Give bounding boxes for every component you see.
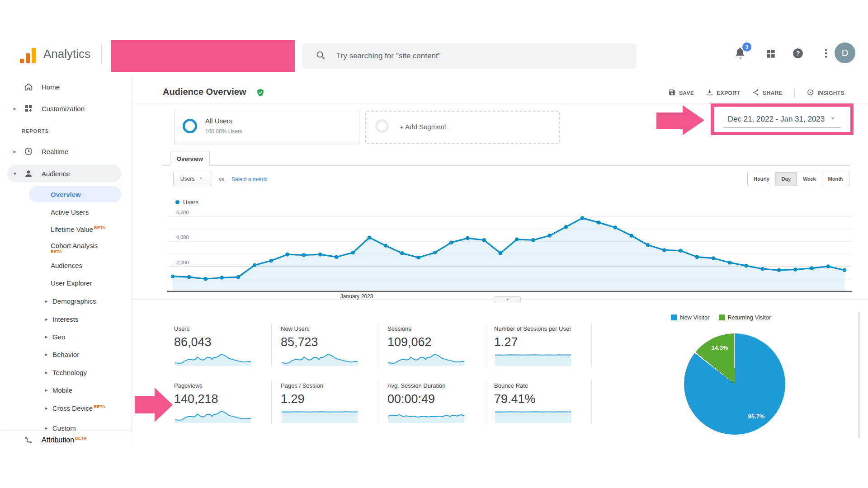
- metric-value: 85,723: [281, 335, 373, 349]
- granularity-day[interactable]: Day: [775, 172, 797, 186]
- metric-label: Pageviews: [174, 382, 267, 389]
- metric-divider: [271, 324, 272, 367]
- share-button[interactable]: SHARE: [752, 89, 783, 98]
- tab-overview[interactable]: Overview: [170, 151, 210, 166]
- metric-label: Avg. Session Duration: [387, 382, 480, 389]
- sidebar-item-realtime[interactable]: ▸Realtime: [0, 143, 132, 160]
- sidebar-item-home[interactable]: Home: [0, 78, 132, 95]
- sidebar-item-attribution[interactable]: AttributionBETA: [0, 431, 132, 450]
- sidebar-item-cohort-analysis[interactable]: Cohort AnalysisBETA: [0, 237, 132, 254]
- segment-all-users[interactable]: All Users 100.00% Users: [174, 111, 359, 144]
- chart-legend: Users: [175, 199, 198, 206]
- metric-value: 1.29: [281, 392, 373, 406]
- sidebar-item-audience[interactable]: ▾Audience: [0, 165, 132, 182]
- sidebar-item-overview[interactable]: Overview: [0, 186, 132, 203]
- chevron-right-icon: ▸: [14, 106, 16, 112]
- metric-sparkline: [281, 409, 359, 423]
- page-title: Audience Overview: [163, 87, 246, 97]
- metric-value: 140,218: [174, 392, 267, 406]
- annotation-arrow-date: [656, 113, 683, 129]
- home-icon: [24, 82, 33, 92]
- metric-value: 79.41%: [494, 392, 587, 406]
- topbar-divider: [101, 44, 102, 64]
- customization-icon: [24, 103, 33, 113]
- sidebar-item-label: Home: [42, 83, 60, 91]
- metric-divider: [591, 324, 592, 367]
- add-segment-button[interactable]: + Add Segment: [365, 111, 560, 144]
- metric-card-bounce-rate[interactable]: Bounce Rate 79.41%: [494, 382, 587, 423]
- sidebar-section-reports: REPORTS: [22, 128, 49, 134]
- metric-card-pages-session[interactable]: Pages / Session 1.29: [281, 382, 373, 423]
- share-icon: [752, 89, 760, 98]
- metric-card-sessions[interactable]: Sessions 109,062: [387, 325, 480, 366]
- account-name-redaction-overlay: [111, 40, 295, 72]
- search-input[interactable]: Try searching for "site content": [302, 43, 637, 69]
- apps-grid-icon[interactable]: [765, 48, 777, 60]
- metric-divider: [378, 380, 378, 424]
- sidebar-item-user-explorer[interactable]: User Explorer: [0, 274, 132, 291]
- metric-divider: [271, 380, 272, 424]
- metric-label: Number of Sessions per User: [494, 325, 587, 332]
- sidebar-item-geo[interactable]: ▸Geo: [0, 328, 132, 345]
- report-action-bar: SAVEEXPORTSHAREINSIGHTS: [668, 89, 844, 98]
- realtime-icon: [24, 146, 33, 156]
- sidebar: Home▸CustomizationREPORTS▸Realtime▾Audie…: [0, 75, 132, 431]
- sidebar-item-mobile[interactable]: ▸Mobile: [0, 381, 132, 399]
- brand-title: Analytics: [43, 47, 90, 61]
- sidebar-item-audiences[interactable]: Audiences: [0, 257, 132, 274]
- sidebar-item-label: Customization: [42, 105, 85, 113]
- metric-card-pageviews[interactable]: Pageviews 140,218: [174, 382, 267, 423]
- sidebar-item-active-users[interactable]: Active Users: [0, 203, 132, 221]
- granularity-month[interactable]: Month: [822, 172, 849, 186]
- vertical-scrollbar[interactable]: [858, 312, 860, 438]
- sidebar-item-label: Audiences: [51, 262, 82, 269]
- metric-card-new-users[interactable]: New Users 85,723: [281, 325, 373, 366]
- legend-label: Returning Visitor: [728, 314, 771, 321]
- metric-divider: [378, 324, 378, 367]
- sidebar-item-cross-device[interactable]: ▸Cross DeviceBETA: [0, 399, 132, 417]
- users-line-chart[interactable]: [167, 208, 852, 294]
- granularity-week[interactable]: Week: [797, 172, 822, 186]
- pie-label-new-visitor: 85.7%: [736, 413, 777, 420]
- metric-selector-dropdown[interactable]: Users: [173, 172, 211, 186]
- pie-legend-item-new-visitor: New Visitor: [671, 314, 710, 321]
- metric-card-number-of-sessions-per-user[interactable]: Number of Sessions per User 1.27: [494, 325, 587, 366]
- avatar[interactable]: D: [835, 42, 855, 63]
- sidebar-item-interests[interactable]: ▸Interests: [0, 310, 132, 328]
- segment-ring-icon: [183, 119, 197, 133]
- metric-card-users[interactable]: Users 86,043: [174, 325, 267, 366]
- save-button[interactable]: SAVE: [668, 89, 694, 98]
- collapse-chart-button[interactable]: [494, 296, 521, 303]
- sidebar-item-demographics[interactable]: ▸Demographics: [0, 292, 132, 310]
- more-options-icon[interactable]: [820, 47, 832, 59]
- segment-ring-gray-icon: [375, 119, 389, 133]
- metric-card-avg-session-duration[interactable]: Avg. Session Duration 00:00:49: [387, 382, 480, 423]
- save-icon: [668, 89, 676, 98]
- metric-sparkline: [494, 352, 572, 366]
- sidebar-item-label: Technology: [52, 369, 87, 376]
- chevron-right-icon: ▸: [14, 149, 16, 155]
- sidebar-item-label: Geo: [52, 333, 65, 341]
- beta-badge: BETA: [51, 249, 62, 254]
- sidebar-item-label: Interests: [52, 315, 79, 323]
- sidebar-item-lifetime-value[interactable]: Lifetime ValueBETA: [0, 221, 132, 238]
- export-button[interactable]: EXPORT: [706, 89, 740, 98]
- sidebar-item-behavior[interactable]: ▸Behavior: [0, 346, 132, 363]
- metric-divider: [485, 324, 485, 367]
- sidebar-item-label: User Explorer: [51, 279, 92, 287]
- select-a-metric-link[interactable]: Select a metric: [231, 176, 267, 183]
- segment-title: All Users: [205, 117, 232, 125]
- granularity-hourly[interactable]: Hourly: [748, 172, 775, 186]
- chevron-right-icon: ▸: [45, 405, 48, 411]
- search-icon: [316, 50, 326, 62]
- action-label: SHARE: [763, 90, 783, 96]
- sidebar-item-customization[interactable]: ▸Customization: [0, 100, 132, 117]
- sidebar-item-custom[interactable]: ▸Custom: [0, 419, 132, 431]
- sidebar-item-technology[interactable]: ▸Technology: [0, 364, 132, 381]
- help-icon[interactable]: ?: [792, 47, 804, 59]
- metric-sparkline: [174, 352, 252, 366]
- metric-sparkline: [387, 352, 465, 366]
- sidebar-item-label: Audience: [42, 170, 70, 178]
- date-range-picker[interactable]: Dec 21, 2022 - Jan 31, 2023: [711, 103, 854, 135]
- insights-button[interactable]: INSIGHTS: [807, 89, 844, 98]
